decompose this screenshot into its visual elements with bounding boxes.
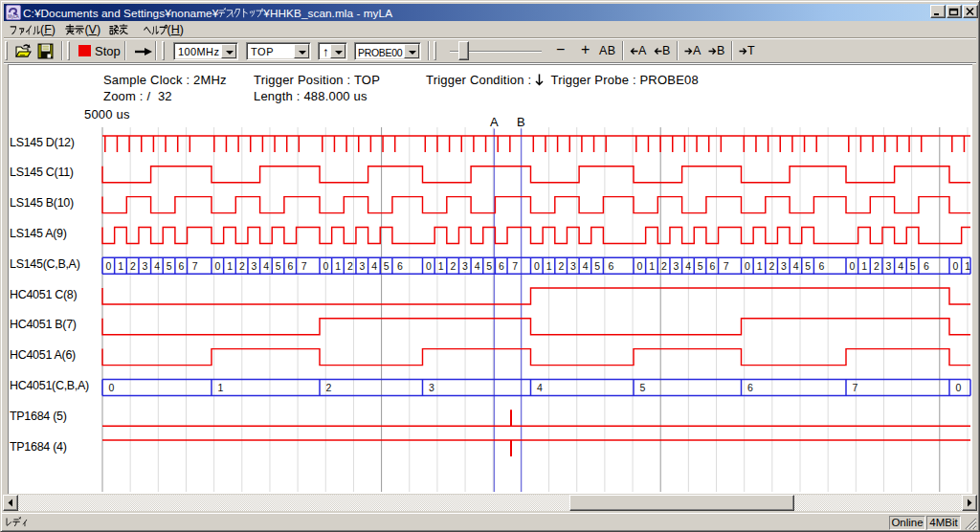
svg-text:3: 3 (781, 260, 787, 272)
svg-text:1: 1 (438, 260, 444, 272)
svg-text:1: 1 (218, 382, 224, 393)
svg-text:7: 7 (512, 260, 518, 272)
svg-text:7: 7 (853, 382, 858, 393)
svg-text:4: 4 (898, 260, 903, 272)
svg-text:2: 2 (558, 260, 564, 272)
svg-text:2: 2 (450, 260, 456, 272)
svg-text:3: 3 (570, 260, 576, 272)
svg-text:0: 0 (215, 260, 221, 272)
svg-text:1: 1 (649, 260, 655, 272)
svg-text:0: 0 (850, 260, 856, 272)
svg-text:1: 1 (227, 260, 233, 272)
svg-text:3: 3 (462, 260, 468, 272)
svg-text:4: 4 (537, 382, 543, 393)
svg-text:5: 5 (167, 260, 172, 272)
svg-text:0: 0 (109, 382, 115, 393)
svg-text:3: 3 (252, 260, 257, 272)
svg-text:6: 6 (924, 260, 929, 272)
svg-text:6: 6 (179, 260, 185, 272)
svg-text:2: 2 (661, 260, 667, 272)
svg-text:0: 0 (956, 382, 962, 393)
svg-text:4: 4 (371, 260, 377, 272)
svg-text:1: 1 (335, 260, 341, 272)
svg-text:0: 0 (637, 260, 643, 272)
svg-text:1: 1 (546, 260, 552, 272)
svg-text:6: 6 (499, 260, 504, 272)
svg-text:6: 6 (709, 260, 715, 272)
svg-text:7: 7 (724, 260, 729, 272)
svg-text:2: 2 (239, 260, 245, 272)
svg-text:3: 3 (429, 382, 434, 393)
svg-text:4: 4 (154, 260, 160, 272)
svg-text:3: 3 (360, 260, 366, 272)
svg-text:4: 4 (475, 260, 480, 272)
svg-text:3: 3 (674, 260, 679, 272)
svg-text:2: 2 (326, 382, 332, 393)
svg-text:4: 4 (583, 260, 589, 272)
svg-text:7: 7 (192, 260, 198, 272)
svg-text:6: 6 (747, 382, 753, 393)
svg-text:6: 6 (818, 260, 824, 272)
svg-text:0: 0 (323, 260, 329, 272)
svg-text:0: 0 (426, 260, 432, 272)
svg-text:5: 5 (384, 260, 390, 272)
svg-text:5: 5 (640, 382, 646, 393)
svg-text:1: 1 (757, 260, 763, 272)
svg-text:6: 6 (608, 260, 613, 272)
svg-text:6: 6 (397, 260, 403, 272)
svg-text:6: 6 (287, 260, 293, 272)
svg-text:0: 0 (745, 260, 750, 272)
svg-text:4: 4 (793, 260, 799, 272)
svg-text:2: 2 (347, 260, 353, 272)
svg-text:3: 3 (886, 260, 892, 272)
svg-text:0: 0 (953, 260, 959, 272)
svg-text:5: 5 (486, 260, 492, 272)
svg-text:4: 4 (685, 260, 691, 272)
svg-text:5: 5 (594, 260, 600, 272)
svg-text:5: 5 (910, 260, 916, 272)
svg-text:5: 5 (805, 260, 811, 272)
svg-text:5: 5 (698, 260, 703, 272)
svg-text:0: 0 (534, 260, 540, 272)
svg-text:2: 2 (130, 260, 136, 272)
svg-text:1: 1 (861, 260, 867, 272)
svg-text:7: 7 (301, 260, 307, 272)
svg-text:1: 1 (965, 260, 970, 272)
svg-text:5: 5 (276, 260, 281, 272)
svg-text:4: 4 (263, 260, 269, 272)
svg-text:1: 1 (118, 260, 123, 272)
svg-text:0: 0 (106, 260, 112, 272)
svg-text:2: 2 (874, 260, 880, 272)
svg-text:2: 2 (768, 260, 774, 272)
svg-text:3: 3 (143, 260, 148, 272)
